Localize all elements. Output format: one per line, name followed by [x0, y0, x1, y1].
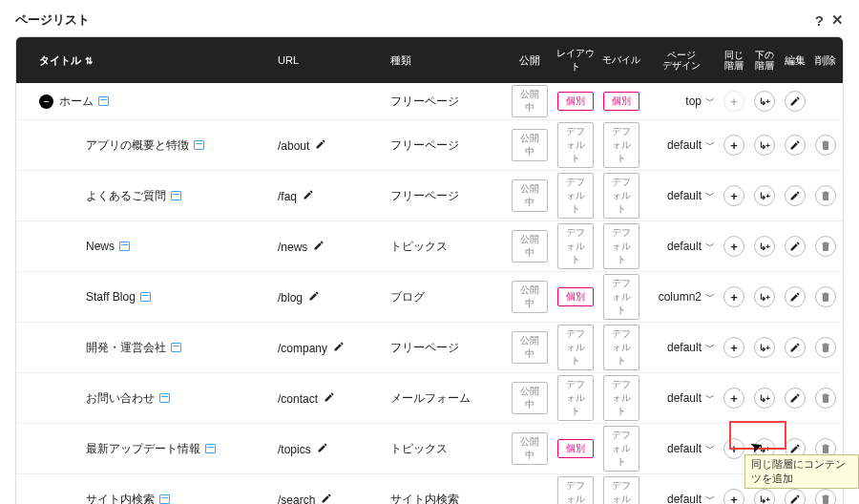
page-title[interactable]: News [86, 240, 115, 253]
delete-button[interactable] [815, 236, 836, 257]
mobile-chip[interactable]: デフォルト [603, 325, 639, 370]
layout-chip[interactable]: デフォルト [557, 375, 594, 421]
page-title[interactable]: アプリの概要と特徴 [86, 137, 189, 154]
publish-chip[interactable]: 公開中 [512, 432, 548, 465]
edit-button[interactable] [785, 135, 806, 156]
publish-chip[interactable]: 公開中 [512, 331, 548, 364]
design-value: default [667, 442, 702, 455]
edit-url-icon[interactable] [303, 189, 314, 200]
open-page-icon[interactable] [140, 292, 151, 302]
type-cell: フリーページ [387, 137, 507, 154]
col-header-mobile: モバイル [598, 53, 644, 67]
add-child-level-button[interactable]: ↳+ [754, 337, 775, 358]
add-child-level-button[interactable]: ↳+ [754, 388, 775, 409]
open-page-icon[interactable] [171, 343, 181, 352]
mobile-chip[interactable]: デフォルト [603, 274, 639, 320]
delete-button[interactable] [815, 185, 836, 206]
add-same-level-button[interactable]: + [723, 388, 744, 409]
open-page-icon[interactable] [159, 393, 170, 403]
layout-chip[interactable]: 個別 [557, 92, 594, 111]
mobile-chip[interactable]: デフォルト [603, 122, 639, 168]
delete-button[interactable] [815, 388, 836, 409]
add-child-level-button[interactable]: ↳+ [754, 91, 775, 112]
help-icon[interactable]: ? [815, 12, 824, 29]
publish-chip[interactable]: 公開中 [512, 281, 548, 313]
add-child-level-button[interactable]: ↳+ [754, 286, 775, 307]
delete-button[interactable] [815, 337, 836, 358]
edit-url-icon[interactable] [315, 138, 326, 150]
collapse-icon[interactable]: − [39, 94, 53, 109]
publish-chip[interactable]: 公開中 [512, 382, 548, 414]
open-page-icon[interactable] [205, 444, 216, 453]
layout-chip[interactable]: デフォルト [557, 173, 594, 219]
add-same-level-button[interactable]: + [723, 236, 744, 257]
layout-chip[interactable]: デフォルト [557, 122, 594, 168]
page-title[interactable]: 最新アップデート情報 [86, 441, 200, 457]
design-dropdown-icon[interactable]: ﹀ [705, 391, 715, 405]
layout-chip[interactable]: デフォルト [557, 325, 594, 370]
mobile-chip[interactable]: デフォルト [603, 173, 639, 219]
edit-url-icon[interactable] [321, 493, 332, 504]
design-dropdown-icon[interactable]: ﹀ [705, 493, 715, 504]
mobile-chip[interactable]: 個別 [603, 92, 639, 111]
edit-button[interactable] [785, 337, 806, 358]
layout-chip[interactable]: デフォルト [557, 223, 594, 269]
edit-url-icon[interactable] [317, 442, 328, 453]
delete-button[interactable] [815, 135, 836, 156]
design-dropdown-icon[interactable]: ﹀ [705, 442, 715, 455]
mobile-chip[interactable]: デフォルト [603, 476, 639, 504]
design-dropdown-icon[interactable]: ﹀ [705, 341, 715, 354]
add-child-level-button[interactable]: ↳+ [754, 236, 775, 257]
edit-button[interactable] [785, 489, 806, 504]
add-child-level-button[interactable]: ↳+ [754, 489, 775, 504]
add-same-level-button[interactable]: + [723, 438, 744, 459]
open-page-icon[interactable] [194, 140, 204, 150]
col-header-title[interactable]: タイトル ⇅ [18, 53, 274, 68]
edit-button[interactable] [785, 185, 806, 206]
add-same-level-button[interactable]: + [723, 286, 744, 307]
open-page-icon[interactable] [119, 242, 130, 251]
page-title[interactable]: Staff Blog [86, 290, 136, 304]
design-dropdown-icon[interactable]: ﹀ [705, 290, 715, 304]
publish-chip[interactable]: 公開中 [512, 230, 548, 262]
add-same-level-button[interactable]: + [723, 489, 744, 504]
page-title[interactable]: お問い合わせ [86, 390, 155, 407]
add-child-level-button[interactable]: ↳+ [754, 185, 775, 206]
open-page-icon[interactable] [98, 96, 109, 106]
design-dropdown-icon[interactable]: ﹀ [705, 189, 715, 202]
edit-url-icon[interactable] [308, 290, 320, 302]
open-page-icon[interactable] [159, 494, 170, 504]
close-icon[interactable]: ✕ [831, 11, 844, 29]
add-same-level-button[interactable]: + [723, 185, 744, 206]
delete-button[interactable] [815, 286, 836, 307]
mobile-chip[interactable]: デフォルト [603, 375, 639, 421]
page-title[interactable]: ホーム [59, 94, 94, 110]
edit-url-icon[interactable] [313, 240, 325, 251]
add-child-level-button[interactable]: ↳+ [754, 135, 775, 156]
edit-url-icon[interactable] [324, 391, 335, 403]
publish-chip[interactable]: 公開中 [512, 129, 548, 161]
layout-chip[interactable]: 個別 [557, 287, 594, 306]
design-dropdown-icon[interactable]: ﹀ [705, 240, 715, 253]
mobile-chip[interactable]: デフォルト [603, 426, 639, 472]
mobile-chip[interactable]: デフォルト [603, 223, 639, 269]
layout-chip[interactable]: 個別 [557, 439, 594, 458]
edit-button[interactable] [785, 388, 806, 409]
edit-button[interactable] [785, 91, 806, 112]
add-same-level-button[interactable]: + [723, 337, 744, 358]
edit-url-icon[interactable] [333, 341, 345, 352]
add-same-level-button[interactable]: + [723, 135, 744, 156]
publish-chip[interactable]: 公開中 [512, 85, 548, 117]
publish-chip[interactable]: 公開中 [512, 179, 548, 212]
edit-button[interactable] [785, 286, 806, 307]
design-dropdown-icon[interactable]: ﹀ [705, 94, 715, 108]
sort-icon[interactable]: ⇅ [85, 55, 93, 66]
open-page-icon[interactable] [171, 191, 181, 200]
edit-button[interactable] [785, 236, 806, 257]
delete-button[interactable] [815, 489, 836, 504]
page-title[interactable]: 開発・運営会社 [86, 340, 166, 356]
page-title[interactable]: よくあるご質問 [86, 188, 166, 204]
layout-chip[interactable]: デフォルト [557, 476, 594, 504]
page-title[interactable]: サイト内検索 [86, 492, 155, 505]
design-dropdown-icon[interactable]: ﹀ [705, 138, 715, 152]
